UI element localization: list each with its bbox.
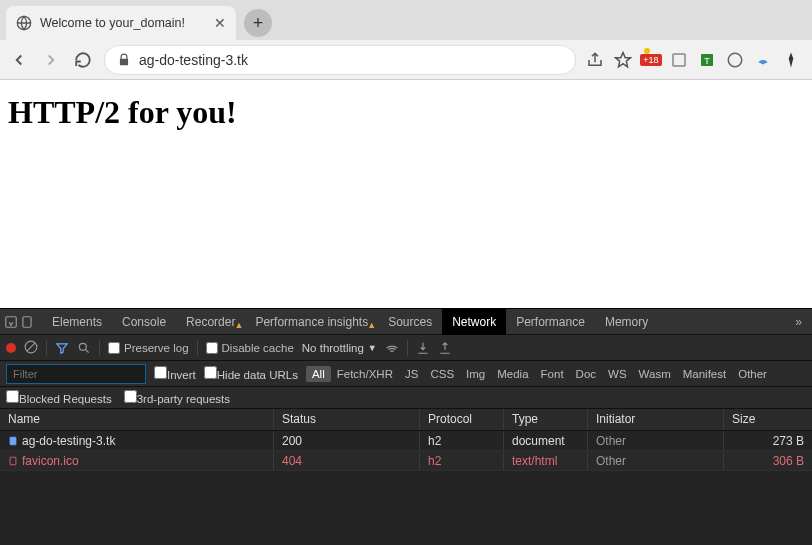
column-protocol[interactable]: Protocol xyxy=(420,409,504,430)
type-filter-js[interactable]: JS xyxy=(399,366,424,382)
svg-text:T: T xyxy=(704,55,710,65)
svg-point-8 xyxy=(79,343,86,350)
network-toolbar: Preserve log Disable cache No throttling… xyxy=(0,335,812,361)
url-text: ag-do-testing-3.tk xyxy=(139,52,248,68)
third-party-checkbox[interactable]: 3rd-party requests xyxy=(124,390,230,405)
extension-icon-4[interactable] xyxy=(754,51,772,69)
type-filter-img[interactable]: Img xyxy=(460,366,491,382)
tab-network[interactable]: Network xyxy=(442,309,506,335)
tab-perf-insights[interactable]: Performance insights▲ xyxy=(245,309,378,335)
network-filterbar: Invert Hide data URLs AllFetch/XHRJSCSSI… xyxy=(0,361,812,387)
page-heading: HTTP/2 for you! xyxy=(8,94,804,131)
tab-elements[interactable]: Elements xyxy=(42,309,112,335)
tab-memory[interactable]: Memory xyxy=(595,309,658,335)
browser-tab[interactable]: Welcome to your_domain! ✕ xyxy=(6,6,236,40)
tab-title: Welcome to your_domain! xyxy=(40,16,206,30)
star-icon[interactable] xyxy=(614,51,632,69)
lock-icon xyxy=(117,53,131,67)
disable-cache-checkbox[interactable]: Disable cache xyxy=(206,342,294,354)
type-filter-font[interactable]: Font xyxy=(535,366,570,382)
svg-rect-10 xyxy=(10,457,16,465)
browser-chrome: Welcome to your_domain! ✕ + ag-do-testin… xyxy=(0,0,812,80)
export-icon[interactable] xyxy=(438,341,452,355)
network-conditions-icon[interactable] xyxy=(385,341,399,355)
toolbar-right: +18 T xyxy=(586,51,804,69)
search-icon[interactable] xyxy=(77,341,91,355)
forward-button[interactable] xyxy=(40,49,62,71)
preview-badge-icon: ▲ xyxy=(367,312,376,338)
table-body: ag-do-testing-3.tk200h2documentOther273 … xyxy=(0,431,812,471)
network-filterbar-2: Blocked Requests 3rd-party requests xyxy=(0,387,812,409)
type-filter-manifest[interactable]: Manifest xyxy=(677,366,732,382)
inspect-icon[interactable] xyxy=(4,315,18,329)
file-icon xyxy=(8,435,18,447)
svg-rect-9 xyxy=(10,437,16,445)
new-tab-button[interactable]: + xyxy=(244,9,272,37)
blocked-requests-checkbox[interactable]: Blocked Requests xyxy=(6,390,112,405)
table-row[interactable]: favicon.ico404h2text/htmlOther306 B xyxy=(0,451,812,471)
clear-button[interactable] xyxy=(24,340,38,356)
type-filter-fetchxhr[interactable]: Fetch/XHR xyxy=(331,366,399,382)
extension-icon-5[interactable] xyxy=(782,51,800,69)
table-row[interactable]: ag-do-testing-3.tk200h2documentOther273 … xyxy=(0,431,812,451)
extension-icon-1[interactable] xyxy=(670,51,688,69)
share-icon[interactable] xyxy=(586,51,604,69)
tab-performance[interactable]: Performance xyxy=(506,309,595,335)
preserve-log-checkbox[interactable]: Preserve log xyxy=(108,342,189,354)
tab-console[interactable]: Console xyxy=(112,309,176,335)
tabs-overflow-icon[interactable]: » xyxy=(789,315,808,329)
type-filter-doc[interactable]: Doc xyxy=(570,366,602,382)
column-initiator[interactable]: Initiator xyxy=(588,409,724,430)
devtools-tabstrip: Elements Console Recorder▲ Performance i… xyxy=(0,309,812,335)
throttling-select[interactable]: No throttling▼ xyxy=(302,342,377,354)
filter-icon[interactable] xyxy=(55,341,69,355)
address-bar[interactable]: ag-do-testing-3.tk xyxy=(104,45,576,75)
type-filter-css[interactable]: CSS xyxy=(424,366,460,382)
hide-data-urls-checkbox[interactable]: Hide data URLs xyxy=(204,366,298,381)
page-content: HTTP/2 for you! xyxy=(0,80,812,308)
tab-sources[interactable]: Sources xyxy=(378,309,442,335)
record-button[interactable] xyxy=(6,343,16,353)
extension-badge[interactable]: +18 xyxy=(642,51,660,69)
preview-badge-icon: ▲ xyxy=(235,312,244,338)
devtools-dock-controls[interactable] xyxy=(4,315,42,329)
type-filter-all[interactable]: All xyxy=(306,366,331,382)
close-icon[interactable]: ✕ xyxy=(214,15,226,31)
tab-recorder[interactable]: Recorder▲ xyxy=(176,309,245,335)
column-size[interactable]: Size xyxy=(724,409,812,430)
filter-input[interactable] xyxy=(6,364,146,384)
extension-icon-3[interactable] xyxy=(726,51,744,69)
table-header: Name Status Protocol Type Initiator Size xyxy=(0,409,812,431)
type-filter-ws[interactable]: WS xyxy=(602,366,633,382)
import-icon[interactable] xyxy=(416,341,430,355)
type-filter-media[interactable]: Media xyxy=(491,366,534,382)
column-name[interactable]: Name xyxy=(0,409,274,430)
devtools: Elements Console Recorder▲ Performance i… xyxy=(0,308,812,545)
network-table: Name Status Protocol Type Initiator Size… xyxy=(0,409,812,545)
back-button[interactable] xyxy=(8,49,30,71)
type-filter-other[interactable]: Other xyxy=(732,366,773,382)
svg-rect-1 xyxy=(673,54,685,66)
globe-icon xyxy=(16,15,32,31)
extension-icon-2[interactable]: T xyxy=(698,51,716,69)
chevron-down-icon: ▼ xyxy=(368,343,377,353)
invert-checkbox[interactable]: Invert xyxy=(154,366,196,381)
tab-strip: Welcome to your_domain! ✕ + xyxy=(0,0,812,40)
reload-button[interactable] xyxy=(72,49,94,71)
type-filter-wasm[interactable]: Wasm xyxy=(633,366,677,382)
device-icon[interactable] xyxy=(20,315,34,329)
type-filters: AllFetch/XHRJSCSSImgMediaFontDocWSWasmMa… xyxy=(306,366,773,382)
column-status[interactable]: Status xyxy=(274,409,420,430)
svg-rect-6 xyxy=(23,316,31,327)
svg-point-4 xyxy=(728,53,742,67)
file-icon xyxy=(8,455,18,467)
browser-toolbar: ag-do-testing-3.tk +18 T xyxy=(0,40,812,80)
column-type[interactable]: Type xyxy=(504,409,588,430)
